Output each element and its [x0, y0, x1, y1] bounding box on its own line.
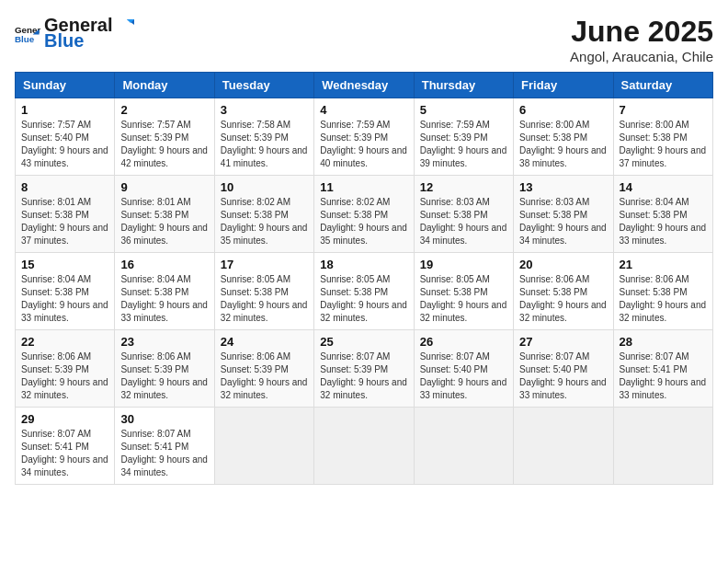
calendar-cell: 3 Sunrise: 7:58 AM Sunset: 5:39 PM Dayli…	[214, 98, 313, 176]
day-number: 29	[21, 412, 108, 426]
calendar-cell: 4 Sunrise: 7:59 AM Sunset: 5:39 PM Dayli…	[314, 98, 414, 176]
calendar-cell	[514, 408, 613, 485]
calendar-cell: 8 Sunrise: 8:01 AM Sunset: 5:38 PM Dayli…	[16, 176, 115, 253]
day-number: 11	[320, 180, 407, 194]
day-number: 8	[21, 180, 108, 194]
calendar-cell: 22 Sunrise: 8:06 AM Sunset: 5:39 PM Dayl…	[16, 330, 115, 408]
calendar-cell: 16 Sunrise: 8:04 AM Sunset: 5:38 PM Dayl…	[115, 253, 214, 330]
day-number: 25	[320, 335, 407, 349]
day-info: Sunrise: 8:07 AM Sunset: 5:40 PM Dayligh…	[420, 350, 507, 402]
day-header-wednesday: Wednesday	[314, 73, 414, 98]
calendar-cell: 10 Sunrise: 8:02 AM Sunset: 5:38 PM Dayl…	[214, 176, 313, 253]
calendar-cell: 28 Sunrise: 8:07 AM Sunset: 5:41 PM Dayl…	[613, 330, 712, 408]
calendar-cell: 25 Sunrise: 8:07 AM Sunset: 5:39 PM Dayl…	[314, 330, 414, 408]
calendar-cell: 13 Sunrise: 8:03 AM Sunset: 5:38 PM Dayl…	[514, 176, 613, 253]
header: General Blue General Blue June 2025 Ango…	[15, 15, 713, 64]
calendar-week-5: 29 Sunrise: 8:07 AM Sunset: 5:41 PM Dayl…	[16, 408, 713, 485]
day-info: Sunrise: 8:05 AM Sunset: 5:38 PM Dayligh…	[320, 273, 407, 325]
calendar-cell	[414, 408, 513, 485]
day-info: Sunrise: 7:59 AM Sunset: 5:39 PM Dayligh…	[320, 119, 407, 170]
calendar-cell: 23 Sunrise: 8:06 AM Sunset: 5:39 PM Dayl…	[115, 330, 214, 408]
logo: General Blue General Blue	[15, 15, 134, 52]
calendar-week-4: 22 Sunrise: 8:06 AM Sunset: 5:39 PM Dayl…	[16, 330, 713, 408]
calendar-cell: 11 Sunrise: 8:02 AM Sunset: 5:38 PM Dayl…	[314, 176, 414, 253]
day-header-friday: Friday	[514, 73, 613, 98]
day-info: Sunrise: 8:07 AM Sunset: 5:41 PM Dayligh…	[21, 428, 108, 479]
calendar-cell: 24 Sunrise: 8:06 AM Sunset: 5:39 PM Dayl…	[214, 330, 313, 408]
calendar-cell	[613, 408, 712, 485]
day-info: Sunrise: 7:59 AM Sunset: 5:39 PM Dayligh…	[420, 119, 507, 170]
day-number: 17	[221, 258, 308, 271]
day-number: 9	[120, 180, 208, 194]
day-number: 27	[519, 335, 607, 349]
calendar-cell: 21 Sunrise: 8:06 AM Sunset: 5:38 PM Dayl…	[613, 253, 712, 330]
calendar-cell: 12 Sunrise: 8:03 AM Sunset: 5:38 PM Dayl…	[414, 176, 513, 253]
day-number: 1	[21, 103, 108, 117]
day-info: Sunrise: 7:57 AM Sunset: 5:39 PM Dayligh…	[120, 119, 208, 170]
day-info: Sunrise: 8:04 AM Sunset: 5:38 PM Dayligh…	[620, 196, 707, 247]
day-info: Sunrise: 8:06 AM Sunset: 5:39 PM Dayligh…	[120, 350, 208, 402]
day-number: 24	[221, 335, 308, 349]
day-header-tuesday: Tuesday	[214, 73, 313, 98]
day-info: Sunrise: 7:58 AM Sunset: 5:39 PM Dayligh…	[221, 119, 308, 170]
day-number: 30	[120, 412, 208, 426]
calendar-week-1: 1 Sunrise: 7:57 AM Sunset: 5:40 PM Dayli…	[16, 98, 713, 176]
day-info: Sunrise: 8:06 AM Sunset: 5:39 PM Dayligh…	[221, 350, 308, 402]
calendar-cell: 9 Sunrise: 8:01 AM Sunset: 5:38 PM Dayli…	[115, 176, 214, 253]
day-info: Sunrise: 8:01 AM Sunset: 5:38 PM Dayligh…	[21, 196, 108, 247]
day-info: Sunrise: 8:05 AM Sunset: 5:38 PM Dayligh…	[420, 273, 507, 325]
svg-text:Blue: Blue	[15, 34, 35, 44]
day-number: 23	[120, 335, 208, 349]
day-number: 22	[21, 335, 108, 349]
day-number: 5	[420, 103, 507, 117]
day-number: 13	[519, 180, 607, 194]
day-info: Sunrise: 8:06 AM Sunset: 5:38 PM Dayligh…	[519, 273, 607, 325]
calendar-cell: 30 Sunrise: 8:07 AM Sunset: 5:41 PM Dayl…	[115, 408, 214, 485]
calendar-cell: 7 Sunrise: 8:00 AM Sunset: 5:38 PM Dayli…	[613, 98, 712, 176]
calendar-cell	[214, 408, 313, 485]
day-number: 2	[120, 103, 208, 117]
day-info: Sunrise: 8:03 AM Sunset: 5:38 PM Dayligh…	[420, 196, 507, 247]
calendar-cell	[314, 408, 414, 485]
day-number: 3	[221, 103, 308, 117]
calendar-subtitle: Angol, Araucania, Chile	[570, 49, 713, 64]
day-info: Sunrise: 8:04 AM Sunset: 5:38 PM Dayligh…	[21, 273, 108, 325]
day-info: Sunrise: 8:06 AM Sunset: 5:38 PM Dayligh…	[620, 273, 707, 325]
calendar-cell: 5 Sunrise: 7:59 AM Sunset: 5:39 PM Dayli…	[414, 98, 513, 176]
day-number: 4	[320, 103, 407, 117]
logo-bird-icon	[114, 16, 134, 36]
calendar-cell: 20 Sunrise: 8:06 AM Sunset: 5:38 PM Dayl…	[514, 253, 613, 330]
logo-icon: General Blue	[15, 20, 40, 46]
day-info: Sunrise: 7:57 AM Sunset: 5:40 PM Dayligh…	[21, 119, 108, 170]
calendar-cell: 2 Sunrise: 7:57 AM Sunset: 5:39 PM Dayli…	[115, 98, 214, 176]
day-info: Sunrise: 8:03 AM Sunset: 5:38 PM Dayligh…	[519, 196, 607, 247]
day-info: Sunrise: 8:04 AM Sunset: 5:38 PM Dayligh…	[120, 273, 208, 325]
day-number: 26	[420, 335, 507, 349]
calendar-cell: 27 Sunrise: 8:07 AM Sunset: 5:40 PM Dayl…	[514, 330, 613, 408]
day-info: Sunrise: 8:07 AM Sunset: 5:40 PM Dayligh…	[519, 350, 607, 402]
calendar-week-3: 15 Sunrise: 8:04 AM Sunset: 5:38 PM Dayl…	[16, 253, 713, 330]
day-number: 7	[620, 103, 707, 117]
day-number: 6	[519, 103, 607, 117]
calendar-title: June 2025	[570, 15, 713, 49]
day-info: Sunrise: 8:00 AM Sunset: 5:38 PM Dayligh…	[620, 119, 707, 170]
day-info: Sunrise: 8:07 AM Sunset: 5:41 PM Dayligh…	[120, 428, 208, 479]
day-number: 21	[620, 258, 707, 271]
title-area: June 2025 Angol, Araucania, Chile	[570, 15, 713, 64]
day-info: Sunrise: 8:01 AM Sunset: 5:38 PM Dayligh…	[120, 196, 208, 247]
day-header-saturday: Saturday	[613, 73, 712, 98]
day-number: 10	[221, 180, 308, 194]
day-header-sunday: Sunday	[16, 73, 115, 98]
calendar-cell: 14 Sunrise: 8:04 AM Sunset: 5:38 PM Dayl…	[613, 176, 712, 253]
day-number: 14	[620, 180, 707, 194]
calendar-cell: 6 Sunrise: 8:00 AM Sunset: 5:38 PM Dayli…	[514, 98, 613, 176]
day-number: 12	[420, 180, 507, 194]
calendar-cell: 1 Sunrise: 7:57 AM Sunset: 5:40 PM Dayli…	[16, 98, 115, 176]
day-number: 18	[320, 258, 407, 271]
day-number: 15	[21, 258, 108, 271]
calendar-cell: 26 Sunrise: 8:07 AM Sunset: 5:40 PM Dayl…	[414, 330, 513, 408]
calendar-cell: 29 Sunrise: 8:07 AM Sunset: 5:41 PM Dayl…	[16, 408, 115, 485]
day-number: 19	[420, 258, 507, 271]
day-number: 28	[620, 335, 707, 349]
calendar-cell: 15 Sunrise: 8:04 AM Sunset: 5:38 PM Dayl…	[16, 253, 115, 330]
